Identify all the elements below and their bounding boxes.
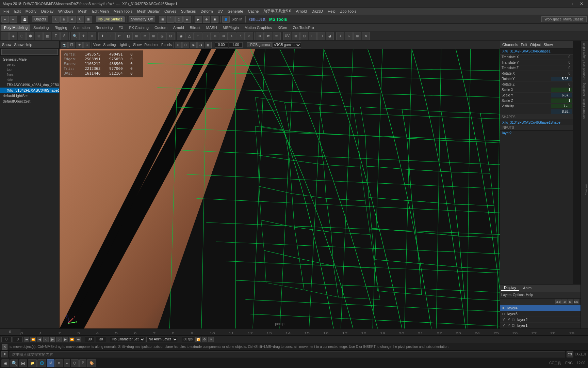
tree-item-side[interactable]: side xyxy=(0,77,59,82)
layers-back-btn[interactable]: ◀ xyxy=(561,300,567,304)
menu-item-edit[interactable]: Edit xyxy=(12,9,23,14)
move-btn[interactable]: ✥ xyxy=(68,16,76,23)
menu-item-uv[interactable]: UV xyxy=(215,9,225,14)
taskbar-app1-btn[interactable]: ⚙ xyxy=(55,359,63,367)
icon-edge[interactable]: ⬡ xyxy=(18,32,26,40)
tab-sculpting[interactable]: Sculpting xyxy=(31,25,51,31)
pb-start-frame[interactable] xyxy=(1,337,12,342)
channel-val-rx[interactable]: 0 xyxy=(551,71,572,76)
layers-fwd-btn[interactable]: ▶▶ xyxy=(574,300,579,304)
menu-item-windows[interactable]: Windows xyxy=(56,9,76,14)
lasso-btn[interactable]: ⊕ xyxy=(60,16,68,23)
tab-animation[interactable]: Animation xyxy=(70,25,93,31)
layers-prev-btn[interactable]: ◀◀ xyxy=(555,300,561,304)
taskbar-app5-btn[interactable]: 🎨 xyxy=(87,359,96,367)
tab-xgen[interactable]: XGen xyxy=(275,25,290,31)
tree-item-object-set[interactable]: defaultObjectSet xyxy=(0,98,59,104)
pb-skip-start-btn[interactable]: ⏮ xyxy=(24,337,29,342)
pb-loop-btn[interactable]: 🔁 xyxy=(195,337,201,342)
taskbar-start-btn[interactable]: ⊞ xyxy=(1,359,10,367)
snap-curve-btn[interactable]: ⌒ xyxy=(167,16,175,23)
timeline-ruler-area[interactable]: 0 1 2 3 4 5 6 7 8 9 10 11 12 xyxy=(20,329,588,335)
tab-bifrost[interactable]: Bifrost xyxy=(187,25,203,31)
menu-item-mesh-tools[interactable]: Mesh Tools xyxy=(112,9,134,14)
menu-item-help[interactable]: Help xyxy=(326,9,338,14)
display-tab[interactable]: Display xyxy=(501,285,519,291)
vp-far-clip[interactable] xyxy=(229,42,243,48)
vp-menu-show[interactable]: Show xyxy=(133,43,142,47)
icon-bridge[interactable]: ⊏ xyxy=(115,32,124,40)
help-btn[interactable]: Show Help xyxy=(14,43,32,47)
layer1-p[interactable]: P xyxy=(508,323,510,327)
pb-next-frame-btn[interactable]: ⏩ xyxy=(69,337,75,342)
snap-point-btn[interactable]: ⊙ xyxy=(175,16,183,23)
channel-val-sy[interactable]: 6.87.. xyxy=(551,93,572,97)
cg-tools-btn[interactable]: CG xyxy=(567,351,573,357)
channel-val-ty[interactable]: 0 xyxy=(551,60,572,65)
menu-item-arnold[interactable]: Arnold xyxy=(294,9,309,14)
tab-custom[interactable]: Custom xyxy=(152,25,170,31)
tab-motion-graphics[interactable]: Motion Graphics xyxy=(242,25,275,31)
vp-menu-lighting[interactable]: Lighting xyxy=(118,43,130,47)
channel-val-rz[interactable]: 0 xyxy=(551,82,572,87)
tab-arnold[interactable]: Arnold xyxy=(170,25,187,31)
vp-film-btn[interactable]: 🎞 xyxy=(68,42,75,48)
attr-tab-channel-box[interactable]: Channel Box / Layer Editor xyxy=(582,42,588,81)
icon-paint[interactable]: ✏ xyxy=(273,32,281,40)
icon-snap-v[interactable]: ⊕ xyxy=(256,32,264,40)
icon-fill[interactable]: ◧ xyxy=(124,32,132,40)
channel-val-sz[interactable]: 1 xyxy=(551,98,572,103)
menu-item-surfaces[interactable]: Surfaces xyxy=(179,9,198,14)
menu-item-助手半工具盒5.0[interactable]: 助手半工具盒5.0 xyxy=(261,8,293,14)
save-btn[interactable]: 💾 xyxy=(21,16,28,23)
icon-uv3[interactable]: ⊠ xyxy=(292,32,300,40)
layer1-name[interactable]: layer1 xyxy=(516,323,579,327)
maximize-btn[interactable]: □ xyxy=(573,1,575,6)
icon-ring[interactable]: ◎ xyxy=(158,32,166,40)
select-btn[interactable]: ↖ xyxy=(52,16,60,23)
tab-fx-caching[interactable]: FX Caching xyxy=(126,25,151,31)
attr-tab-checker[interactable]: Checker xyxy=(585,184,588,196)
vp-menu-panels[interactable]: Panels xyxy=(161,43,172,47)
icon-combine[interactable]: ⊕ xyxy=(211,32,219,40)
attr-tab-attribute-editor[interactable]: Attribute Editor xyxy=(582,97,588,121)
icon-merge[interactable]: ⊞ xyxy=(132,32,141,40)
taskbar-app4-btn[interactable]: P xyxy=(79,359,86,367)
render-btn[interactable]: ▶ xyxy=(195,16,202,23)
taskbar-explorer-btn[interactable]: 📁 xyxy=(28,359,37,367)
vp-eye-btn[interactable]: 👁 xyxy=(76,42,83,48)
taskbar-app3-btn[interactable]: ⬡ xyxy=(71,359,79,367)
icon-zoom[interactable]: 🔍 xyxy=(71,32,79,40)
icon-deform[interactable]: ⤸ xyxy=(336,32,344,40)
icon-uv6[interactable]: ⊣ xyxy=(317,32,325,40)
pb-next-key-btn[interactable]: ▶ xyxy=(63,337,68,342)
layers-play-btn[interactable]: ▶ xyxy=(568,300,573,304)
minimize-btn[interactable]: ─ xyxy=(565,1,568,6)
layer4-name[interactable]: layer4 xyxy=(506,306,579,310)
command-input[interactable] xyxy=(10,351,565,357)
menu-item-mesh[interactable]: Mesh xyxy=(76,9,89,14)
vp-camera-btn[interactable]: 📷 xyxy=(61,42,68,48)
vp-smooth-btn[interactable]: ◉ xyxy=(190,42,197,48)
rotate-btn[interactable]: ↻ xyxy=(77,16,84,23)
icon-svg[interactable]: S xyxy=(60,32,68,40)
tree-item-light-set[interactable]: defaultLightSet xyxy=(0,93,59,98)
tree-item-front[interactable]: front xyxy=(0,72,59,77)
icon-bool-diff[interactable]: ∖ xyxy=(236,32,245,40)
channels-tab[interactable]: Channels xyxy=(502,43,518,47)
pb-skip-end-btn[interactable]: ⏭ xyxy=(76,337,81,342)
channel-val-sx[interactable]: 1 xyxy=(551,88,572,92)
menu-item-deform[interactable]: Deform xyxy=(198,9,215,14)
vp-menu-view[interactable]: View xyxy=(93,43,101,47)
close-btn[interactable]: ✕ xyxy=(580,1,583,6)
tree-item-top[interactable]: top xyxy=(0,67,59,72)
icon-triangulate[interactable]: △ xyxy=(185,32,194,40)
menu-item-generate[interactable]: Generate xyxy=(226,9,245,14)
icon-cross[interactable]: ✕ xyxy=(362,32,370,40)
layers-opt-help[interactable]: Help xyxy=(526,293,533,297)
vp-texture-btn[interactable]: ▦ xyxy=(205,42,212,48)
undo-btn[interactable]: ↩ xyxy=(1,16,9,23)
icon-cut[interactable]: ✂ xyxy=(141,32,149,40)
pb-prev-key-btn[interactable]: ◀ xyxy=(37,337,42,342)
icon-deform2[interactable]: ⤷ xyxy=(345,32,353,40)
